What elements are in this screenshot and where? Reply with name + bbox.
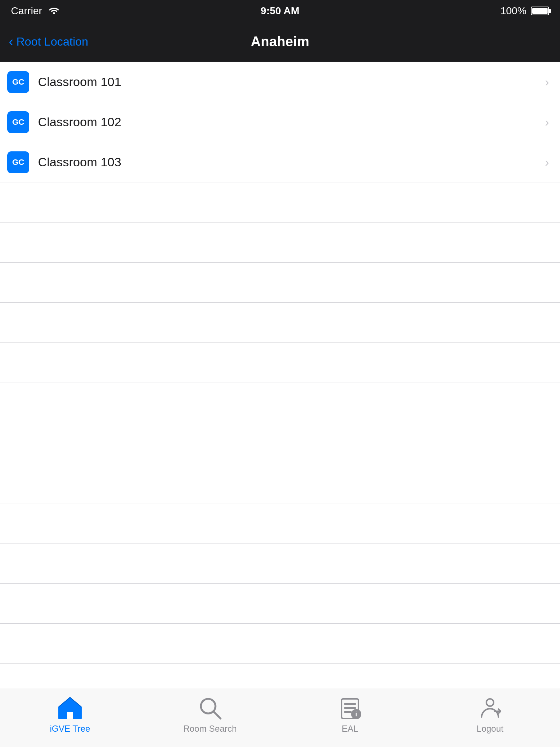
list-item[interactable]: GC Classroom 101 › xyxy=(0,62,560,102)
back-label: Root Location xyxy=(16,35,88,49)
empty-row xyxy=(0,303,560,343)
back-button[interactable]: ‹ Root Location xyxy=(9,35,88,49)
empty-row xyxy=(0,664,560,689)
tab-logout[interactable]: Logout xyxy=(454,695,526,734)
status-bar-right: 100% xyxy=(500,5,549,17)
svg-point-10 xyxy=(486,699,494,706)
status-bar-time: 9:50 AM xyxy=(261,5,299,17)
tab-logout-label: Logout xyxy=(477,724,503,734)
chevron-right-icon-2: › xyxy=(545,155,549,169)
tab-igve-tree[interactable]: iGVE Tree xyxy=(34,695,106,734)
item-badge-2: GC xyxy=(7,151,29,173)
tab-eal[interactable]: i EAL xyxy=(314,695,386,734)
navigation-bar: ‹ Root Location Anaheim xyxy=(0,22,560,62)
list-item[interactable]: GC Classroom 103 › xyxy=(0,142,560,182)
item-badge-1: GC xyxy=(7,111,29,133)
empty-row xyxy=(0,543,560,584)
empty-row xyxy=(0,383,560,423)
room-list: GC Classroom 101 › GC Classroom 102 › GC… xyxy=(0,62,560,689)
empty-row xyxy=(0,263,560,303)
empty-row xyxy=(0,463,560,503)
search-icon xyxy=(197,695,223,721)
logout-icon xyxy=(477,695,503,721)
empty-row xyxy=(0,584,560,624)
tab-bar: iGVE Tree Room Search i EAL xyxy=(0,689,560,747)
status-bar-left: Carrier xyxy=(11,5,60,17)
svg-point-0 xyxy=(53,12,55,14)
chevron-right-icon-1: › xyxy=(545,115,549,129)
battery-icon xyxy=(531,7,549,15)
empty-row xyxy=(0,182,560,222)
back-chevron-icon: ‹ xyxy=(9,35,13,49)
status-bar: Carrier 9:50 AM 100% xyxy=(0,0,560,22)
tab-room-search[interactable]: Room Search xyxy=(174,695,246,734)
list-item[interactable]: GC Classroom 102 › xyxy=(0,102,560,142)
empty-row xyxy=(0,503,560,543)
empty-row xyxy=(0,624,560,664)
tab-room-search-label: Room Search xyxy=(183,724,237,734)
empty-row xyxy=(0,222,560,263)
eal-icon: i xyxy=(337,695,363,721)
empty-row xyxy=(0,423,560,463)
item-label-1: Classroom 102 xyxy=(38,115,545,129)
page-title: Anaheim xyxy=(251,34,309,50)
item-label-0: Classroom 101 xyxy=(38,75,545,89)
svg-text:i: i xyxy=(355,711,357,718)
home-icon xyxy=(57,695,83,721)
chevron-right-icon-0: › xyxy=(545,75,549,89)
wifi-icon xyxy=(48,5,60,16)
empty-row xyxy=(0,343,560,383)
tab-igve-tree-label: iGVE Tree xyxy=(50,724,90,734)
item-label-2: Classroom 103 xyxy=(38,155,545,169)
svg-line-3 xyxy=(213,711,221,719)
svg-rect-1 xyxy=(67,712,73,719)
battery-label: 100% xyxy=(500,5,526,17)
tab-eal-label: EAL xyxy=(342,724,358,734)
carrier-label: Carrier xyxy=(11,5,42,17)
item-badge-0: GC xyxy=(7,71,29,93)
